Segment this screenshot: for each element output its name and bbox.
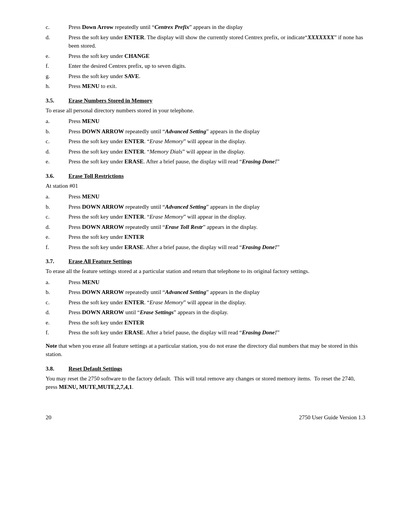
section-37-title: Erase All Feature Settings: [68, 258, 132, 265]
s36-label-f: f.: [46, 243, 68, 252]
s37-content-e: Press the soft key under ENTER: [68, 318, 365, 327]
s36-label-c: c.: [46, 212, 68, 221]
s36-content-b: Press DOWN ARROW repeatedly until “Advan…: [68, 203, 365, 211]
s36-item-f: f. Press the soft key under ERASE. After…: [46, 243, 365, 252]
s36-label-d: d.: [46, 223, 68, 232]
s35-label-e: e.: [46, 157, 68, 166]
section-37-heading: 3.7. Erase All Feature Settings: [46, 258, 365, 265]
section-36-num: 3.6.: [46, 173, 68, 179]
footer: 20 2750 User Guide Version 1.3: [46, 414, 365, 421]
s35-item-e: e. Press the soft key under ERASE. After…: [46, 157, 365, 166]
list-content-g: Press the soft key under SAVE.: [68, 72, 365, 81]
section-35-num: 3.5.: [46, 97, 68, 104]
s35-item-c: c. Press the soft key under ENTER. “Eras…: [46, 137, 365, 146]
s36-item-a: a. Press MENU: [46, 192, 365, 201]
list-label-h: h.: [46, 82, 68, 91]
s37-item-f: f. Press the soft key under ERASE. After…: [46, 328, 365, 337]
s37-content-a: Press MENU: [68, 278, 365, 287]
list-content-h: Press MENU to exit.: [68, 82, 365, 91]
list-content-f: Enter the desired Centrex prefix, up to …: [68, 62, 365, 70]
s36-content-a: Press MENU: [68, 192, 365, 201]
s37-item-e: e. Press the soft key under ENTER: [46, 318, 365, 327]
list-content-c: Press Down Arrow repeatedly until “Centr…: [68, 23, 365, 32]
s37-content-f: Press the soft key under ERASE. After a …: [68, 328, 365, 337]
s35-content-c: Press the soft key under ENTER. “Erase M…: [68, 137, 365, 146]
s37-content-b: Press DOWN ARROW repeatedly until “Advan…: [68, 288, 365, 297]
section-35-intro: To erase all personal directory numbers …: [46, 106, 365, 115]
list-item-e: e. Press the soft key under CHANGE: [46, 52, 365, 61]
section-35-heading: 3.5. Erase Numbers Stored in Memory: [46, 97, 365, 104]
section-38-title: Reset Default Settings: [68, 366, 122, 372]
s36-item-d: d. Press DOWN ARROW repeatedly until “Er…: [46, 223, 365, 232]
s36-label-a: a.: [46, 192, 68, 201]
s35-label-b: b.: [46, 127, 68, 136]
section-36-title: Erase Toll Restrictions: [68, 173, 124, 179]
list-item-c: c. Press Down Arrow repeatedly until “Ce…: [46, 23, 365, 32]
list-label-e: e.: [46, 52, 68, 61]
s37-label-e: e.: [46, 318, 68, 327]
s36-content-d: Press DOWN ARROW repeatedly until “Erase…: [68, 223, 365, 232]
s37-content-d: Press DOWN ARROW until “Erase Settings” …: [68, 308, 365, 317]
list-label-d: d.: [46, 33, 68, 50]
list-item-d: d. Press the soft key under ENTER. The d…: [46, 33, 365, 50]
list-item-g: g. Press the soft key under SAVE.: [46, 72, 365, 81]
list-label-f: f.: [46, 62, 68, 70]
s35-label-c: c.: [46, 137, 68, 146]
list-label-g: g.: [46, 72, 68, 81]
s37-label-b: b.: [46, 288, 68, 297]
s35-content-d: Press the soft key under ENTER. “Memory …: [68, 147, 365, 156]
s35-item-d: d. Press the soft key under ENTER. “Memo…: [46, 147, 365, 156]
list-item-h: h. Press MENU to exit.: [46, 82, 365, 91]
s37-item-b: b. Press DOWN ARROW repeatedly until “Ad…: [46, 288, 365, 297]
s35-content-e: Press the soft key under ERASE. After a …: [68, 157, 365, 166]
footer-right: 2750 User Guide Version 1.3: [299, 414, 365, 421]
s37-content-c: Press the soft key under ENTER. “Erase M…: [68, 298, 365, 307]
list-item-f: f. Enter the desired Centrex prefix, up …: [46, 62, 365, 70]
s36-label-b: b.: [46, 203, 68, 211]
section-37-num: 3.7.: [46, 258, 68, 265]
s36-item-e: e. Press the soft key under ENTER: [46, 233, 365, 241]
section-38-heading: 3.8. Reset Default Settings: [46, 366, 365, 372]
s35-label-d: d.: [46, 147, 68, 156]
section-38-intro: You may reset the 2750 software to the f…: [46, 374, 365, 391]
s36-item-c: c. Press the soft key under ENTER. “Eras…: [46, 212, 365, 221]
s37-item-a: a. Press MENU: [46, 278, 365, 287]
s37-item-d: d. Press DOWN ARROW until “Erase Setting…: [46, 308, 365, 317]
s36-content-c: Press the soft key under ENTER. “Erase M…: [68, 212, 365, 221]
s37-label-d: d.: [46, 308, 68, 317]
list-label-c: c.: [46, 23, 68, 32]
section-36-heading: 3.6. Erase Toll Restrictions: [46, 173, 365, 179]
footer-page: 20: [46, 414, 51, 421]
section-36-sub: At station #01: [46, 182, 365, 190]
s36-item-b: b. Press DOWN ARROW repeatedly until “Ad…: [46, 203, 365, 211]
s36-content-f: Press the soft key under ERASE. After a …: [68, 243, 365, 252]
s37-item-c: c. Press the soft key under ENTER. “Eras…: [46, 298, 365, 307]
s35-item-b: b. Press DOWN ARROW repeatedly until “Ad…: [46, 127, 365, 136]
s35-label-a: a.: [46, 117, 68, 126]
section-35-title: Erase Numbers Stored in Memory: [68, 97, 153, 104]
section-38-num: 3.8.: [46, 366, 68, 372]
s37-label-f: f.: [46, 328, 68, 337]
s36-content-e: Press the soft key under ENTER: [68, 233, 365, 241]
note-37: Note that when you erase all feature set…: [46, 342, 365, 359]
s36-label-e: e.: [46, 233, 68, 241]
s35-content-b: Press DOWN ARROW repeatedly until “Advan…: [68, 127, 365, 136]
list-content-e: Press the soft key under CHANGE: [68, 52, 365, 61]
section-37-intro: To erase all the feature settings stored…: [46, 267, 365, 276]
s35-content-a: Press MENU: [68, 117, 365, 126]
list-content-d: Press the soft key under ENTER. The disp…: [68, 33, 365, 50]
s35-item-a: a. Press MENU: [46, 117, 365, 126]
s37-label-a: a.: [46, 278, 68, 287]
s37-label-c: c.: [46, 298, 68, 307]
